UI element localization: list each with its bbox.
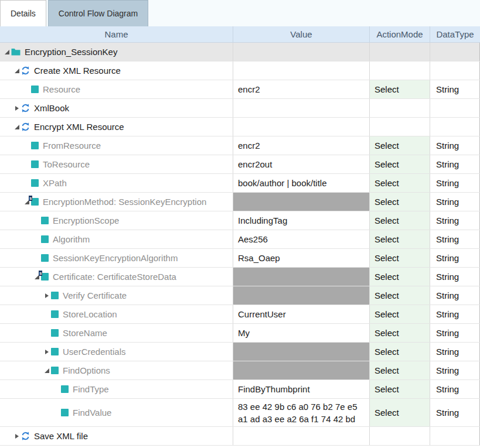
name-cell[interactable]: FindOptions	[0, 361, 233, 379]
name-cell[interactable]: FindType	[0, 380, 233, 398]
value-cell[interactable]	[233, 361, 369, 379]
action-mode-cell[interactable]	[369, 427, 430, 445]
value-cell[interactable]: FindByThumbprint	[233, 380, 369, 398]
data-type-cell[interactable]: String	[430, 324, 480, 342]
tree-row[interactable]: Encrypt XML Resource	[0, 118, 480, 136]
value-cell[interactable]: book/author | book/title	[233, 174, 369, 192]
action-mode-cell[interactable]	[369, 43, 430, 61]
action-mode-cell[interactable]: Select	[369, 136, 430, 155]
tree-row[interactable]: ToResource encr2out Select String	[0, 155, 480, 174]
data-type-cell[interactable]: String	[430, 343, 480, 361]
name-cell[interactable]: Verify Certificate	[0, 286, 233, 305]
tree-row[interactable]: StoreName My Select String	[0, 324, 480, 343]
data-type-cell[interactable]: String	[430, 230, 480, 248]
expand-toggle-icon[interactable]	[13, 434, 21, 439]
expand-toggle-icon[interactable]	[13, 106, 21, 111]
data-type-cell[interactable]: String	[430, 174, 480, 192]
data-type-cell[interactable]: String	[430, 361, 480, 379]
expand-toggle-icon[interactable]	[43, 368, 51, 373]
name-cell[interactable]: s EncryptionMethod: SessionKeyEncryption	[0, 193, 233, 211]
tree-row[interactable]: EncryptionScope IncludingTag Select Stri…	[0, 211, 480, 230]
expand-toggle-icon[interactable]	[13, 69, 21, 73]
name-cell[interactable]: ToResource	[0, 155, 233, 173]
data-type-cell[interactable]	[430, 43, 480, 61]
name-cell[interactable]: Encrypt XML Resource	[0, 118, 233, 136]
name-cell[interactable]: Create XML Resource	[0, 61, 233, 80]
data-type-cell[interactable]: String	[430, 268, 480, 286]
data-type-cell[interactable]	[430, 118, 480, 136]
tree-row[interactable]: Resource encr2 Select String	[0, 80, 480, 99]
action-mode-cell[interactable]: Select	[369, 361, 430, 379]
tab-control-flow-diagram[interactable]: Control Flow Diagram	[48, 0, 148, 26]
data-type-cell[interactable]: String	[430, 380, 480, 398]
data-type-cell[interactable]	[430, 99, 480, 117]
tree-row[interactable]: Algorithm Aes256 Select String	[0, 230, 480, 249]
name-cell[interactable]: SessionKeyEncryptionAlgorithm	[0, 249, 233, 267]
action-mode-cell[interactable]: Select	[369, 80, 430, 98]
data-type-cell[interactable]: String	[430, 193, 480, 211]
tree-row[interactable]: FindType FindByThumbprint Select String	[0, 380, 480, 399]
tree-row[interactable]: Encryption_SessionKey	[0, 43, 480, 61]
expand-toggle-icon[interactable]	[43, 293, 51, 298]
data-type-cell[interactable]: String	[430, 249, 480, 267]
tree-row[interactable]: s EncryptionMethod: SessionKeyEncryption…	[0, 193, 480, 211]
action-mode-cell[interactable]: Select	[369, 230, 430, 248]
action-mode-cell[interactable]: Select	[369, 155, 430, 173]
value-cell[interactable]: Aes256	[233, 230, 369, 248]
expand-toggle-icon[interactable]	[43, 350, 51, 354]
tree-row[interactable]: StoreLocation CurrentUser Select String	[0, 305, 480, 324]
action-mode-cell[interactable]: Select	[369, 249, 430, 267]
value-cell[interactable]: encr2	[233, 136, 369, 155]
tree-row[interactable]: FindOptions Select String	[0, 361, 480, 380]
data-type-cell[interactable]: String	[430, 155, 480, 173]
name-cell[interactable]: Encryption_SessionKey	[0, 43, 233, 61]
action-mode-cell[interactable]: Select	[369, 211, 430, 230]
data-type-cell[interactable]: String	[430, 80, 480, 98]
action-mode-cell[interactable]: Select	[369, 286, 430, 305]
action-mode-cell[interactable]: Select	[369, 193, 430, 211]
name-cell[interactable]: XmlBook	[0, 99, 233, 117]
tree-row[interactable]: Create XML Resource	[0, 61, 480, 80]
tree-row[interactable]: Save XML file	[0, 427, 480, 446]
data-type-cell[interactable]: String	[430, 305, 480, 323]
name-cell[interactable]: UserCredentials	[0, 343, 233, 361]
action-mode-cell[interactable]: Select	[369, 399, 430, 426]
value-cell[interactable]	[233, 343, 369, 361]
data-type-cell[interactable]	[430, 61, 480, 80]
action-mode-cell[interactable]: Select	[369, 380, 430, 398]
action-mode-cell[interactable]: Select	[369, 324, 430, 342]
value-cell[interactable]: IncludingTag	[233, 211, 369, 230]
value-cell[interactable]: 83 ee 42 9b c6 a0 76 b2 7e e5 a1 ad a3 e…	[233, 399, 369, 426]
action-mode-cell[interactable]: Select	[369, 174, 430, 192]
name-cell[interactable]: s Certificate: CertificateStoreData	[0, 268, 233, 286]
name-cell[interactable]: Resource	[0, 80, 233, 98]
value-cell[interactable]	[233, 193, 369, 211]
data-type-cell[interactable]: String	[430, 286, 480, 305]
value-cell[interactable]	[233, 118, 369, 136]
tree-row[interactable]: s Certificate: CertificateStoreData Sele…	[0, 268, 480, 286]
value-cell[interactable]	[233, 61, 369, 80]
action-mode-cell[interactable]: Select	[369, 305, 430, 323]
data-type-cell[interactable]: String	[430, 136, 480, 155]
name-cell[interactable]: FromResource	[0, 136, 233, 155]
action-mode-cell[interactable]	[369, 61, 430, 80]
name-cell[interactable]: StoreName	[0, 324, 233, 342]
value-cell[interactable]: Rsa_Oaep	[233, 249, 369, 267]
tree-row[interactable]: FromResource encr2 Select String	[0, 136, 480, 155]
tree-row[interactable]: FindValue 83 ee 42 9b c6 a0 76 b2 7e e5 …	[0, 399, 480, 427]
tree-row[interactable]: SessionKeyEncryptionAlgorithm Rsa_Oaep S…	[0, 249, 480, 268]
expand-toggle-icon[interactable]	[3, 50, 11, 54]
data-type-cell[interactable]: String	[430, 399, 480, 426]
tree-row[interactable]: Verify Certificate Select String	[0, 286, 480, 305]
value-cell[interactable]	[233, 286, 369, 305]
name-cell[interactable]: Algorithm	[0, 230, 233, 248]
data-type-cell[interactable]: String	[430, 211, 480, 230]
action-mode-cell[interactable]	[369, 118, 430, 136]
name-cell[interactable]: FindValue	[0, 399, 233, 426]
action-mode-cell[interactable]	[369, 99, 430, 117]
data-type-cell[interactable]	[430, 427, 480, 445]
name-cell[interactable]: EncryptionScope	[0, 211, 233, 230]
tree-row[interactable]: UserCredentials Select String	[0, 343, 480, 361]
value-cell[interactable]	[233, 427, 369, 445]
value-cell[interactable]: encr2	[233, 80, 369, 98]
